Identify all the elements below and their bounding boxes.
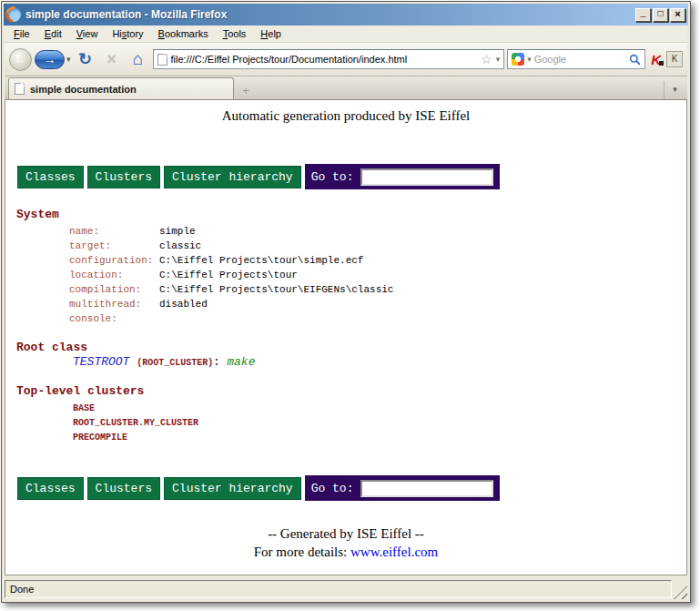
window-controls: _ □ × [635, 8, 685, 22]
home-button[interactable]: ⌂ [127, 49, 150, 69]
cluster-link-root-cluster-my-cluster[interactable]: ROOT_CLUSTER.MY_CLUSTER [73, 416, 686, 431]
search-bar[interactable]: ▾ [507, 49, 645, 69]
clusters-button-bottom[interactable]: Clusters [87, 477, 160, 500]
list-all-tabs-button[interactable]: ▾ [664, 81, 685, 99]
goto-input-top[interactable] [360, 168, 493, 186]
root-colon: : [213, 356, 219, 369]
address-input[interactable] [171, 54, 478, 65]
system-row-multithread: multithread:disabled [69, 297, 686, 311]
kaspersky-icon[interactable]: K [648, 52, 664, 67]
forward-button[interactable]: → [35, 50, 65, 69]
search-magnifier-icon[interactable] [629, 54, 641, 66]
cluster-hierarchy-button-bottom[interactable]: Cluster hierarchy [164, 477, 301, 500]
goto-label-top: Go to: [311, 170, 354, 184]
menu-bookmarks[interactable]: Bookmarks [151, 26, 216, 41]
classes-button-bottom[interactable]: Classes [17, 477, 84, 500]
eiffel-com-link[interactable]: www.eiffel.com [350, 545, 438, 559]
google-engine-icon[interactable] [512, 53, 524, 66]
tab-label: simple documentation [30, 84, 137, 95]
k-extension-button[interactable]: K [666, 51, 683, 67]
new-tab-button[interactable]: + [236, 81, 256, 99]
forward-button-group: → ▾ [35, 50, 71, 69]
cluster-link-precompile[interactable]: PRECOMPILE [73, 431, 686, 445]
title-bar[interactable]: simple documentation - Mozilla Firefox _… [4, 4, 688, 25]
system-row-configuration: configuration:C:\Eiffel Projects\tour\si… [69, 253, 686, 268]
tab-simple-documentation[interactable]: simple documentation [8, 77, 234, 99]
search-engine-dropdown-icon[interactable]: ▾ [527, 55, 532, 64]
more-details-line: For more details: www.eiffel.com [5, 543, 686, 561]
address-bar[interactable]: ☆ ▾ [153, 49, 505, 69]
tab-page-icon [15, 83, 25, 95]
generated-by-line: -- Generated by ISE Eiffel -- [5, 524, 686, 543]
bookmark-star-icon[interactable]: ☆ [481, 52, 492, 66]
window-title: simple documentation - Mozilla Firefox [25, 8, 635, 21]
root-cluster-ref[interactable]: (ROOT_CLUSTER) [137, 358, 213, 368]
root-class-line: TESTROOT (ROOT_CLUSTER): make [73, 354, 686, 372]
classes-button-top[interactable]: Classes [17, 166, 84, 188]
menu-help[interactable]: Help [253, 26, 289, 41]
menu-view[interactable]: View [69, 26, 106, 41]
maximize-button[interactable]: □ [653, 8, 668, 22]
system-row-console: console: [69, 311, 686, 326]
menu-history[interactable]: History [105, 26, 150, 41]
top-level-clusters-section: Top-level clusters BASE ROOT_CLUSTER.MY_… [5, 384, 686, 445]
menu-tools[interactable]: Tools [216, 26, 254, 41]
menu-file[interactable]: File [6, 26, 37, 41]
goto-box-bottom: Go to: [305, 475, 501, 501]
system-row-location: location:C:\Eiffel Projects\tour [69, 268, 686, 282]
root-class-link[interactable]: TESTROOT [73, 355, 129, 369]
system-row-name: name:simple [69, 224, 686, 239]
more-details-prefix: For more details: [254, 545, 350, 559]
system-section: System name:simple target:classic config… [5, 208, 686, 326]
status-bar: Done [5, 575, 687, 599]
tab-bar: simple documentation + ▾ [5, 76, 687, 100]
system-row-target: target:classic [69, 239, 686, 253]
menu-bar: File Edit View History Bookmarks Tools H… [5, 25, 687, 43]
page-icon [157, 54, 167, 66]
root-class-section: Root class TESTROOT (ROOT_CLUSTER): make [5, 341, 686, 372]
status-text: Done [5, 580, 672, 598]
clusters-button-top[interactable]: Clusters [87, 166, 160, 188]
stop-button[interactable]: × [100, 50, 124, 69]
bottom-nav-row: Classes Clusters Cluster hierarchy Go to… [17, 475, 686, 501]
root-class-heading: Root class [16, 341, 686, 354]
address-dropdown-icon[interactable]: ▾ [496, 55, 501, 64]
close-button[interactable]: × [670, 8, 685, 22]
minimize-button[interactable]: _ [635, 8, 651, 22]
goto-box-top: Go to: [305, 164, 501, 189]
reload-button[interactable]: ↻ [74, 49, 97, 69]
resize-grip[interactable] [674, 586, 687, 599]
page-footer: -- Generated by ISE Eiffel -- For more d… [5, 524, 686, 561]
browser-window: simple documentation - Mozilla Firefox _… [1, 1, 691, 603]
creator-feature-link[interactable]: make [227, 355, 255, 369]
goto-input-bottom[interactable] [360, 480, 493, 497]
system-rows: name:simple target:classic configuration… [69, 224, 686, 326]
clusters-heading: Top-level clusters [16, 384, 686, 398]
page-title: Automatic generation produced by ISE Eif… [5, 108, 686, 124]
cluster-list: BASE ROOT_CLUSTER.MY_CLUSTER PRECOMPILE [73, 402, 686, 445]
menu-edit[interactable]: Edit [37, 26, 69, 41]
cluster-hierarchy-button-top[interactable]: Cluster hierarchy [164, 166, 301, 188]
back-button[interactable]: ← [9, 48, 32, 71]
top-nav-row: Classes Clusters Cluster hierarchy Go to… [17, 164, 686, 189]
search-input[interactable] [534, 54, 626, 65]
goto-label-bottom: Go to: [311, 482, 354, 495]
system-row-compilation: compilation:C:\Eiffel Projects\tour\EIFG… [69, 282, 686, 297]
cluster-link-base[interactable]: BASE [73, 402, 686, 416]
page-content: Automatic generation produced by ISE Eif… [5, 100, 687, 575]
navigation-toolbar: ← → ▾ ↻ × ⌂ ☆ ▾ ▾ K K [5, 43, 687, 76]
system-heading: System [16, 208, 686, 221]
firefox-icon [6, 7, 21, 22]
history-dropdown-icon[interactable]: ▾ [66, 55, 71, 64]
